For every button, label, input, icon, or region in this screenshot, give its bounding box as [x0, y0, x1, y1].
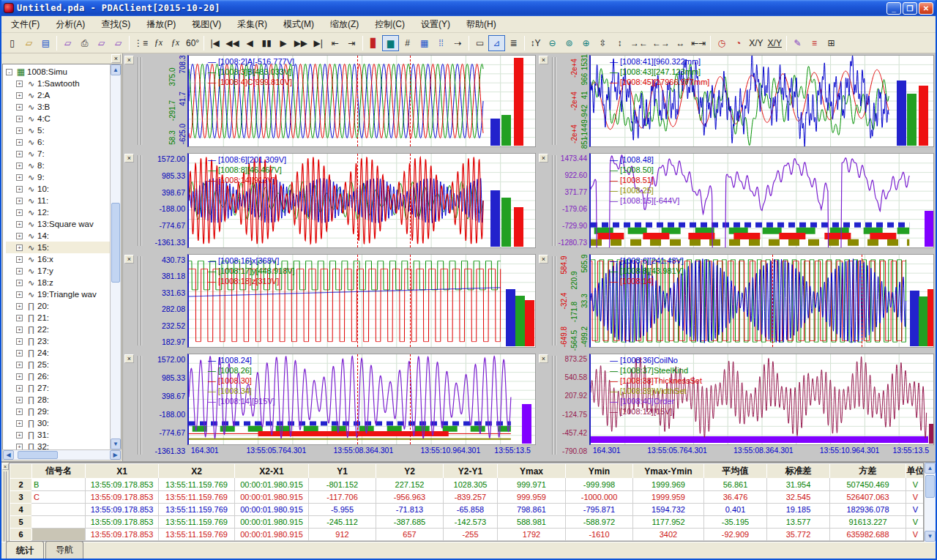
chart-y-slider[interactable]: [138, 155, 142, 246]
menu-item-9[interactable]: 控制(C): [367, 16, 413, 33]
menu-item-6[interactable]: 采集(R): [229, 16, 275, 33]
color-bars-icon[interactable]: ≡: [806, 35, 823, 51]
expand-icon[interactable]: +: [16, 338, 23, 345]
expand-icon[interactable]: +: [16, 186, 23, 193]
x-expand-icon[interactable]: ←→: [650, 35, 672, 51]
tree-item-channel-17[interactable]: +∿17:y: [6, 265, 110, 277]
clock-absolute-icon[interactable]: ◷: [713, 35, 730, 51]
expand-icon[interactable]: +: [16, 291, 23, 298]
table-row[interactable]: 613:55:09.178.85313:55:11.159.76900:00:0…: [10, 529, 925, 541]
jump-end-icon[interactable]: ⇥: [343, 35, 360, 51]
y-expand-icon[interactable]: ↕: [611, 35, 628, 51]
pause-icon[interactable]: ▮▮: [258, 35, 275, 51]
scroll-right-icon[interactable]: ▶: [110, 450, 121, 460]
plot-area-wave-48-50-51[interactable]: — [1008.48]— [1008.50]— [1008.51]— [1008…: [589, 153, 934, 248]
play-last-icon[interactable]: ▶|: [310, 35, 326, 51]
print-icon[interactable]: ⎙: [76, 35, 93, 51]
scroll-up-icon[interactable]: ▲: [111, 64, 121, 75]
plot-area-wave-41-43-45[interactable]: — [1008:41][960.322mm]— [1008:43][247.12…: [589, 55, 934, 147]
play-icon[interactable]: ▶: [275, 35, 292, 51]
chart-close-icon[interactable]: ×: [539, 255, 548, 264]
table-view-icon[interactable]: ▦: [416, 35, 433, 51]
chart-y-slider[interactable]: [138, 57, 142, 145]
tree-vertical-scrollbar[interactable]: ▲ ▼: [110, 64, 121, 449]
plot-area-wave-24-26-30-34[interactable]: — [1008.24]— [1008.26]— [1008.30]— [1008…: [187, 354, 536, 445]
scroll-thumb[interactable]: [111, 203, 120, 283]
chart-y-slider[interactable]: [138, 256, 142, 346]
cursor-line[interactable]: [357, 255, 358, 347]
trace-mode-icon[interactable]: ⇢: [449, 35, 466, 51]
tree-item-channel-19[interactable]: +∿19:Triangle wav: [6, 288, 110, 300]
expand-icon[interactable]: +: [16, 432, 23, 438]
cursor-line[interactable]: [357, 56, 358, 146]
plot-area-wave-coil[interactable]: — [1008:36]CoilNo— [1008:37]SteelKind— […: [589, 354, 934, 445]
table-row[interactable]: 3C13:55:09.178.85313:55:11.159.76900:00:…: [10, 491, 925, 504]
chart-close-icon[interactable]: ×: [124, 154, 134, 163]
expand-icon[interactable]: +: [16, 233, 23, 239]
tree-item-channel-14[interactable]: +∿14:: [6, 230, 110, 242]
tree-item-channel-9[interactable]: +∿9:: [6, 171, 110, 183]
tree-item-channel-28[interactable]: +∏28:: [6, 394, 110, 406]
cursor-line[interactable]: [410, 354, 411, 444]
stats-vertical-scrollbar[interactable]: ▲ ▼: [924, 463, 936, 542]
tree-horizontal-scrollbar[interactable]: ◀ ▶: [2, 449, 122, 460]
xy-view-icon[interactable]: X/Y: [747, 35, 765, 51]
tree-item-channel-24[interactable]: +∏24:: [6, 347, 110, 359]
new-file-icon[interactable]: ▯: [4, 35, 20, 51]
legend-ruler-icon[interactable]: ⊿: [488, 35, 505, 51]
tree-item-channel-3[interactable]: +∿3:B: [6, 101, 110, 113]
signal-meter-icon[interactable]: ▊: [365, 35, 382, 51]
export-record-icon[interactable]: ▱: [110, 35, 127, 51]
expand-icon[interactable]: +: [16, 139, 23, 146]
scroll-up-icon[interactable]: ▲: [925, 463, 936, 474]
expand-icon[interactable]: +: [16, 116, 23, 122]
row-number-cell[interactable]: 5: [10, 516, 32, 529]
scroll-thumb[interactable]: [925, 475, 935, 498]
channel-list-icon[interactable]: ⋮≡: [132, 35, 150, 51]
menu-item-2[interactable]: 分析(A): [48, 16, 93, 33]
cursor-line[interactable]: [862, 255, 862, 347]
plot-area-wave-6-8-14[interactable]: — [1008:6][201.309V]— [1008:8][46.467V]—…: [187, 153, 536, 248]
tab-navigation[interactable]: 导航: [45, 541, 83, 559]
plot-area-wave-abc[interactable]: — [1008:2]A[-516.777V]— [1008:3]B[483.03…: [187, 55, 536, 147]
tree-item-channel-4[interactable]: +∿4:C: [6, 113, 110, 124]
open-file-icon[interactable]: ▱: [20, 35, 37, 51]
tree-item-channel-13[interactable]: +∿13:Square wav: [6, 218, 110, 230]
save-file-icon[interactable]: ▤: [37, 35, 54, 51]
x-full-icon[interactable]: ⇤⇥: [689, 35, 708, 51]
tab-statistics[interactable]: 统计: [6, 541, 44, 559]
tree-item-channel-27[interactable]: +∏27:: [6, 382, 110, 394]
tree-item-channel-18[interactable]: +∿18:z: [6, 277, 110, 288]
close-button[interactable]: ✕: [919, 2, 933, 15]
formula-fx-icon[interactable]: ƒx: [150, 35, 167, 51]
expand-icon[interactable]: +: [16, 315, 23, 321]
row-number-cell[interactable]: 6: [10, 529, 32, 541]
expand-icon[interactable]: +: [16, 280, 23, 286]
zoom-out-icon[interactable]: ⊖: [544, 35, 561, 51]
bar-view-icon[interactable]: ▆: [382, 35, 399, 51]
table-row[interactable]: 2B13:55:09.178.85313:55:11.159.76900:00:…: [10, 479, 925, 491]
plot-area-wave-6-8-14-zoom[interactable]: — [1008:6][241.48V]— [1008:8][43.981V]— …: [589, 254, 934, 348]
expand-icon[interactable]: +: [16, 81, 23, 87]
cursor-line[interactable]: [410, 154, 411, 247]
cursor-line[interactable]: [357, 154, 358, 247]
expand-icon[interactable]: +: [16, 303, 23, 310]
cursor-line[interactable]: [410, 56, 411, 146]
scroll-down-icon[interactable]: ▼: [111, 438, 121, 449]
menu-item-4[interactable]: 播放(P): [138, 16, 184, 33]
expand-icon[interactable]: +: [16, 350, 23, 356]
scroll-left-icon[interactable]: ◀: [3, 450, 14, 460]
chart-close-icon[interactable]: ×: [539, 354, 548, 363]
expand-icon[interactable]: +: [16, 373, 23, 380]
tree-item-channel-11[interactable]: +∿11:: [6, 195, 110, 206]
menu-item-8[interactable]: 缩放(Z): [322, 16, 367, 33]
expand-icon[interactable]: +: [16, 408, 23, 415]
chart-y-slider[interactable]: [552, 155, 556, 246]
cursor-line[interactable]: [772, 255, 773, 347]
expand-icon[interactable]: +: [16, 92, 23, 99]
chart-y-slider[interactable]: [138, 356, 142, 455]
xy-view-2-icon[interactable]: X/Y: [766, 35, 784, 51]
tree-item-channel-30[interactable]: +∏30:: [6, 417, 110, 429]
tree-item-channel-5[interactable]: +∿5:: [6, 124, 110, 136]
tree-item-channel-29[interactable]: +∏29:: [6, 406, 110, 417]
